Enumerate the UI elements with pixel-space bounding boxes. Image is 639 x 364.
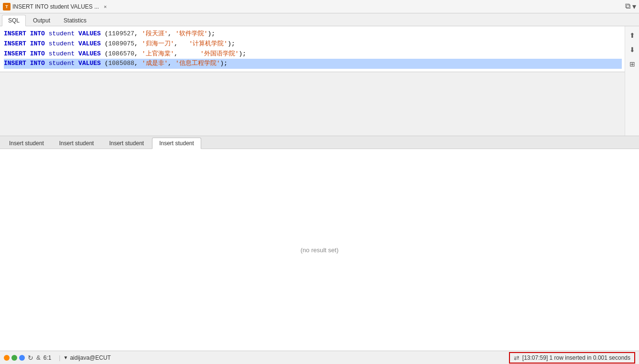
result-tab-3[interactable]: Insert student — [102, 138, 151, 149]
status-bar: ↻ & 6:1 | ▼ aidijava@ECUT ⇄ [13:07:59] 1… — [0, 351, 639, 364]
tab-output[interactable]: Output — [27, 15, 56, 26]
scroll-down-icon[interactable]: ⬇ — [627, 44, 638, 55]
result-tab-2[interactable]: Insert student — [52, 138, 101, 149]
grid-view-icon[interactable]: ⊞ — [627, 59, 638, 69]
result-tab-1[interactable]: Insert student — [2, 138, 51, 149]
right-sidebar: ⬆ ⬇ ⊞ — [625, 26, 639, 136]
status-message-box: ⇄ [13:07:59] 1 row inserted in 0.001 sec… — [509, 352, 635, 364]
cursor-position: 6:1 — [43, 354, 52, 361]
ampersand-icon: & — [36, 354, 41, 361]
connection-arrow[interactable]: ▼ — [63, 355, 68, 360]
sql-editor[interactable]: INSERT INTO student VALUES (1109527, '段天… — [0, 26, 639, 72]
tab-title[interactable]: T INSERT INTO student VALUES ... × — [3, 2, 109, 11]
scroll-up-icon[interactable]: ⬆ — [627, 30, 638, 41]
status-indicators — [4, 355, 25, 361]
status-message: [13:07:59] 1 row inserted in 0.001 secon… — [522, 354, 630, 361]
window-tab-bar: T INSERT INTO student VALUES ... × ⧉ ▾ — [0, 0, 639, 13]
indicator-blue — [19, 355, 25, 361]
refresh-icon[interactable]: ↻ — [28, 354, 33, 362]
no-result-text: (no result set) — [301, 246, 338, 254]
window-dropdown-icon[interactable]: ▾ — [632, 2, 636, 11]
status-separator: | — [59, 354, 60, 361]
close-tab-button[interactable]: × — [101, 2, 109, 11]
tab-icon: T — [3, 3, 11, 11]
connection-info[interactable]: ▼ aidijava@ECUT — [63, 354, 110, 361]
result-tabs-bar: Insert student Insert student Insert stu… — [0, 136, 639, 149]
message-icon: ⇄ — [514, 354, 520, 362]
indicator-orange — [4, 355, 10, 361]
indicator-green — [11, 355, 17, 361]
result-content: (no result set) — [0, 149, 639, 351]
connection-name: aidijava@ECUT — [70, 354, 111, 361]
tab-statistics[interactable]: Statistics — [57, 15, 93, 26]
sql-line-1: INSERT INTO student VALUES (1109527, '段天… — [4, 29, 622, 39]
tab-title-text: INSERT INTO student VALUES ... — [12, 3, 99, 10]
editor-tabs: SQL Output Statistics — [0, 13, 639, 26]
sql-line-4: INSERT INTO student VALUES (1085088, '成是… — [4, 59, 622, 69]
result-tab-4[interactable]: Insert student — [152, 138, 201, 149]
tab-sql[interactable]: SQL — [2, 15, 26, 26]
sql-line-3: INSERT INTO student VALUES (1086570, '上官… — [4, 49, 622, 59]
sql-line-2: INSERT INTO student VALUES (1089075, '归海… — [4, 39, 622, 49]
window-restore-icon[interactable]: ⧉ — [625, 2, 630, 11]
